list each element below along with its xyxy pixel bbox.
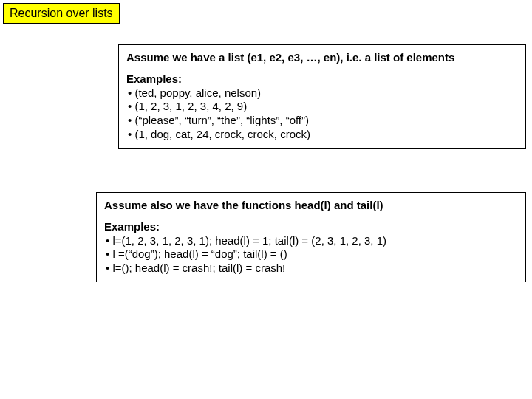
box1-example-3: • (“please”, “turn”, “the”, “lights”, “o…	[126, 114, 518, 128]
box1-examples-header: Examples:	[126, 72, 518, 86]
box2-example-1: • l=(1, 2, 3, 1, 2, 3, 1); head(l) = 1; …	[104, 234, 518, 248]
box1-example-2: • (1, 2, 3, 1, 2, 3, 4, 2, 9)	[126, 100, 518, 114]
box2-example-2: • l =(“dog”); head(l) = “dog”; tail(l) =…	[104, 248, 518, 262]
box-list-definition: Assume we have a list (e1, e2, e3, …, en…	[118, 44, 526, 149]
box2-example-3: • l=(); head(l) = crash!; tail(l) = cras…	[104, 262, 518, 276]
box2-lead-text: Assume also we have the functions head(l…	[104, 199, 518, 213]
box1-lead-text: Assume we have a list (e1, e2, e3, …, en…	[126, 51, 518, 65]
box2-examples-header: Examples:	[104, 220, 518, 234]
box1-example-4: • (1, dog, cat, 24, crock, crock, crock)	[126, 128, 518, 142]
box-head-tail: Assume also we have the functions head(l…	[96, 192, 526, 282]
box1-example-1: • (ted, poppy, alice, nelson)	[126, 86, 518, 100]
slide-title: Recursion over lists	[3, 3, 120, 24]
